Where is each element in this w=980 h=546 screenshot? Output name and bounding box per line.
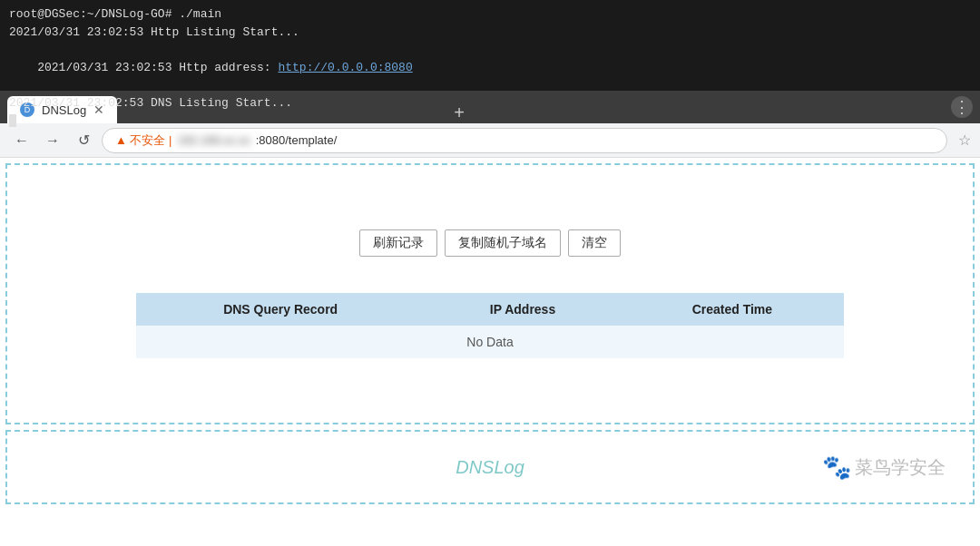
col-created-time: Created Time (621, 293, 844, 326)
table-empty-row: No Data (136, 326, 844, 358)
terminal-line-3: 2021/03/31 23:02:53 Http address: http:/… (9, 41, 971, 94)
terminal-line-2: 2021/03/31 23:02:53 Http Listing Start..… (9, 24, 971, 42)
clear-button[interactable]: 清空 (568, 229, 621, 257)
watermark-text: 菜鸟学安全 (855, 455, 946, 480)
table-header-row: DNS Query Record IP Address Created Time (136, 293, 844, 326)
terminal-link[interactable]: http://0.0.0.0:8080 (278, 61, 412, 74)
footer-section: DNSLog 🐾 菜鸟学安全 (5, 430, 975, 504)
security-warning: ▲ 不安全 | (115, 132, 172, 149)
back-button[interactable]: ← (9, 128, 34, 153)
button-row: 刷新记录 复制随机子域名 清空 (359, 229, 621, 257)
col-dns-query: DNS Query Record (136, 293, 425, 326)
watermark-icon: 🐾 (822, 453, 851, 482)
terminal-cursor (9, 112, 971, 130)
forward-button[interactable]: → (40, 128, 65, 153)
terminal-line-4: 2021/03/31 23:02:53 DNS Listing Start... (9, 94, 971, 112)
address-path: :8080/template/ (256, 133, 338, 147)
address-host: 192.168.xx.xx (177, 133, 250, 147)
refresh-button[interactable]: 刷新记录 (359, 229, 437, 257)
page-content: 刷新记录 复制随机子域名 清空 DNS Query Record IP Addr… (5, 163, 975, 424)
copy-domain-button[interactable]: 复制随机子域名 (445, 229, 561, 257)
terminal-section: root@DGSec:~/DNSLog-GO# ./main 2021/03/3… (0, 0, 980, 91)
footer-logo: DNSLog (456, 457, 524, 478)
terminal-line-1: root@DGSec:~/DNSLog-GO# ./main (9, 5, 971, 24)
terminal-text-prefix: 2021/03/31 23:02:53 Http address: (37, 61, 278, 74)
address-bar[interactable]: ▲ 不安全 | 192.168.xx.xx :8080/template/ (102, 128, 947, 153)
watermark: 🐾 菜鸟学安全 (822, 453, 946, 482)
dns-table: DNS Query Record IP Address Created Time… (136, 293, 844, 358)
bookmark-button[interactable]: ☆ (958, 132, 971, 149)
col-ip-address: IP Address (425, 293, 620, 326)
reload-button[interactable]: ↺ (71, 128, 96, 153)
table-empty-message: No Data (136, 326, 844, 358)
